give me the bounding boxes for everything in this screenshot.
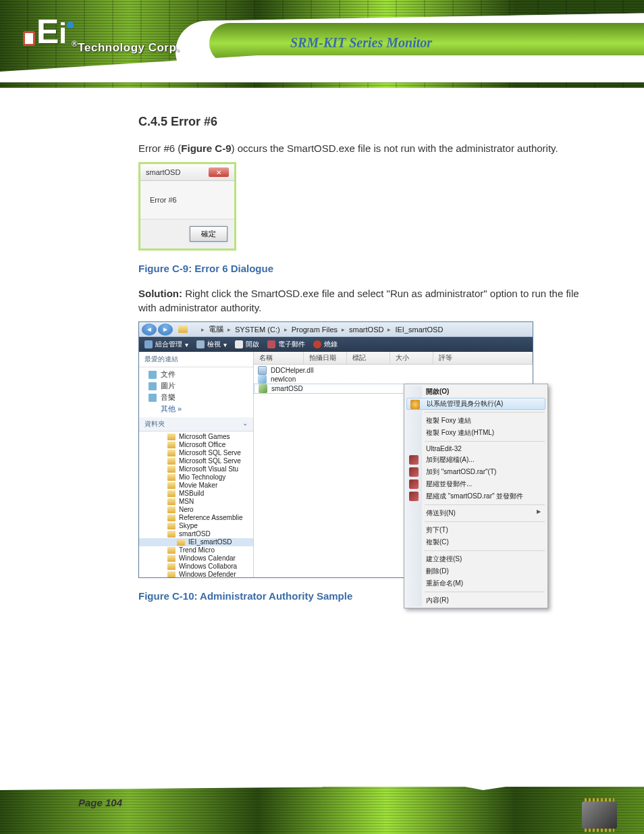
ctx-run-as-admin[interactable]: 以系統管理員身分執行(A): [406, 398, 545, 410]
separator: [425, 412, 545, 413]
file-item[interactable]: DDCHelper.dll: [254, 366, 533, 375]
ctx-ultraedit[interactable]: UltraEdit-32: [406, 444, 546, 454]
column-headers: 名稱 拍攝日期 標記 大小 評等: [254, 352, 533, 365]
ctx-compress-email[interactable]: 壓縮並發郵件...: [406, 478, 546, 490]
ctx-add-rar[interactable]: 加到 "smartOSD.rar"(T): [406, 466, 546, 478]
fav-music[interactable]: 音樂: [144, 392, 248, 403]
dialog-title: smartOSD: [146, 168, 180, 176]
separator: [425, 441, 545, 442]
col-size[interactable]: 大小: [390, 352, 433, 364]
tool-open[interactable]: 開啟: [235, 340, 259, 349]
explorer-toolbar: 組合管理 ▾ 檢視 ▾ 開啟 電子郵件 燒錄: [139, 337, 533, 352]
back-button[interactable]: ◄: [142, 323, 157, 336]
chevron-right-icon: ▶: [537, 509, 541, 515]
logo-text: Ei: [23, 12, 67, 51]
archive-icon: [409, 455, 419, 465]
separator: [425, 521, 545, 522]
separator: [425, 550, 545, 551]
tree-item[interactable]: Microsoft Visual Stu: [139, 465, 253, 473]
tool-views[interactable]: 檢視 ▾: [196, 340, 227, 349]
ctx-send-to[interactable]: 傳送到(N)▶: [406, 507, 546, 519]
shield-icon: [410, 400, 420, 409]
folder-tree: Microsoft Games Microsoft Office Microso…: [139, 432, 253, 577]
page-number: Page 104: [78, 797, 122, 808]
fav-pictures[interactable]: 圖片: [144, 380, 248, 392]
archive-icon: [409, 467, 419, 477]
figure-caption-1: Figure C-9: Error 6 Dialogue: [138, 263, 590, 274]
ctx-properties[interactable]: 內容(R): [406, 594, 546, 606]
dialog-titlebar: smartOSD ✕: [140, 164, 234, 181]
ctx-compress-rar-email[interactable]: 壓縮成 "smartOSD.rar" 並發郵件: [406, 490, 546, 502]
tool-burn[interactable]: 燒錄: [313, 340, 338, 349]
explorer-figure: ◄ ► ▸電腦 ▸SYSTEM (C:) ▸Program Files ▸sma…: [138, 321, 533, 578]
col-name[interactable]: 名稱: [254, 352, 304, 364]
tree-item[interactable]: Microsoft Games: [139, 433, 253, 441]
file-item[interactable]: newIcon: [254, 375, 533, 384]
tree-item[interactable]: Nero: [139, 506, 253, 514]
context-menu: 開啟(O) 以系統管理員身分執行(A) 複製 Foxy 連結 複製 Foxy 連…: [404, 384, 548, 608]
tool-email[interactable]: 電子郵件: [267, 340, 305, 349]
tree-item[interactable]: Mio Technology: [139, 473, 253, 481]
col-tags[interactable]: 標記: [347, 352, 390, 364]
ctx-open[interactable]: 開啟(O): [406, 386, 546, 398]
error-description: Error #6 (Figure C-9) occurs the SmartOS…: [138, 141, 590, 155]
tree-item[interactable]: Reference Assemblie: [139, 514, 253, 522]
tree-item[interactable]: Trend Micro: [139, 546, 253, 554]
archive-icon: [409, 479, 419, 489]
ctx-shortcut[interactable]: 建立捷徑(S): [406, 553, 546, 565]
explorer-sidebar: 最愛的連結 文件 圖片 音樂 其他 » 資料夾⌄ Microsoft Games…: [139, 352, 254, 577]
fav-more[interactable]: 其他 »: [144, 403, 248, 415]
brand-text: ®Technology Corp.: [72, 39, 180, 55]
breadcrumb[interactable]: ▸電腦 ▸SYSTEM (C:) ▸Program Files ▸smartOS…: [200, 324, 444, 334]
footer-swoosh: [0, 760, 644, 790]
favorites-label: 最愛的連結: [139, 352, 253, 367]
section-heading: C.4.5 Error #6: [138, 115, 590, 129]
tree-item[interactable]: Windows Defender: [139, 571, 253, 577]
tree-item[interactable]: Windows Collabora: [139, 563, 253, 571]
footer-banner: Page 104: [0, 760, 644, 834]
ctx-cut[interactable]: 剪下(T): [406, 524, 546, 536]
tree-item[interactable]: Microsoft SQL Serve: [139, 457, 253, 465]
tree-item[interactable]: Movie Maker: [139, 481, 253, 490]
solution-text: Solution: Right click the SmartOSD.exe f…: [138, 286, 590, 315]
tree-item[interactable]: MSBuild: [139, 490, 253, 498]
dialog-footer: 確定: [140, 219, 234, 249]
ok-button[interactable]: 確定: [190, 226, 227, 242]
col-rating[interactable]: 評等: [433, 352, 533, 364]
tree-item[interactable]: Skype: [139, 522, 253, 530]
tree-item[interactable]: MSN: [139, 498, 253, 506]
explorer-main: 名稱 拍攝日期 標記 大小 評等 DDCHelper.dll newIcon s…: [254, 352, 533, 577]
tool-organize[interactable]: 組合管理 ▾: [144, 340, 188, 349]
tree-item[interactable]: smartOSD: [139, 530, 253, 538]
ctx-copy[interactable]: 複製(C): [406, 536, 546, 548]
col-date[interactable]: 拍攝日期: [304, 352, 347, 364]
product-title: SRM-KIT Series Monitor: [290, 35, 432, 51]
explorer-navbar: ◄ ► ▸電腦 ▸SYSTEM (C:) ▸Program Files ▸sma…: [139, 322, 533, 337]
tree-item-selected[interactable]: IEI_smartOSD: [139, 538, 253, 546]
chevron-down-icon: ⌄: [242, 419, 248, 429]
ctx-foxy-link[interactable]: 複製 Foxy 連結: [406, 415, 546, 427]
archive-icon: [409, 492, 419, 501]
footer-pcb: [0, 787, 644, 834]
page-content: SRM-KIT Series Monitor C.4.5 Error #6 Er…: [0, 88, 644, 602]
separator: [425, 504, 545, 505]
close-icon[interactable]: ✕: [209, 167, 229, 177]
ctx-delete[interactable]: 刪除(D): [406, 565, 546, 577]
error-dialog-figure: smartOSD ✕ Error #6 確定: [138, 162, 236, 251]
folder-icon: [178, 325, 188, 333]
separator: [425, 592, 545, 592]
folders-section[interactable]: 資料夾⌄: [139, 417, 253, 432]
tree-item[interactable]: Windows Calendar: [139, 554, 253, 563]
tree-item[interactable]: Microsoft Office: [139, 441, 253, 449]
explorer-body: 最愛的連結 文件 圖片 音樂 其他 » 資料夾⌄ Microsoft Games…: [139, 352, 533, 577]
logo: Ei: [20, 12, 67, 51]
ctx-add-archive[interactable]: 加到壓縮檔(A)...: [406, 454, 546, 466]
chip-icon: [582, 802, 617, 829]
dialog-message: Error #6: [140, 181, 234, 219]
tree-item[interactable]: Microsoft SQL Serve: [139, 449, 253, 457]
fav-documents[interactable]: 文件: [144, 369, 248, 380]
forward-button[interactable]: ►: [158, 323, 173, 336]
ctx-foxy-html[interactable]: 複製 Foxy 連結(HTML): [406, 427, 546, 439]
ctx-rename[interactable]: 重新命名(M): [406, 577, 546, 590]
